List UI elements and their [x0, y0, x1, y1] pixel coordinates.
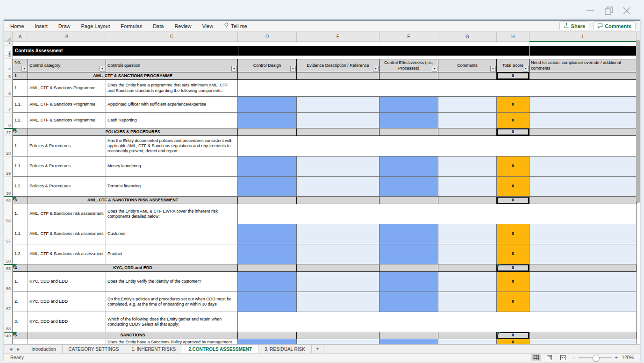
total-score-cell[interactable]: 0	[497, 97, 530, 113]
zoom-slider-thumb[interactable]	[593, 355, 600, 362]
section-cell[interactable]	[530, 72, 637, 80]
select-all-corner[interactable]	[4, 32, 13, 42]
empty-row[interactable]	[13, 56, 640, 59]
section-cell[interactable]	[379, 72, 438, 80]
cell-question[interactable]: Has the Entity documented policies and p…	[106, 136, 238, 157]
filter-header-controls-question[interactable]: Controls question▼	[106, 59, 238, 72]
cell-category[interactable]: Policies & Procedures	[28, 177, 106, 197]
tab-residual-risk[interactable]: 3. RESIDUAL RISK	[258, 345, 312, 353]
effectiveness-input-cell[interactable]	[379, 177, 438, 197]
cell-category[interactable]: AML, CTF & Sanctions risk assessment	[28, 204, 106, 224]
total-score-cell[interactable]: 0	[497, 292, 530, 312]
section-number[interactable]: 2	[13, 128, 28, 136]
cell-no[interactable]: 1.2.	[13, 244, 28, 264]
evidence-input-cell[interactable]	[297, 292, 379, 312]
filter-dropdown-icon[interactable]: ▼	[432, 66, 437, 71]
section-total-score[interactable]: 0	[497, 264, 530, 272]
control-design-input-cell[interactable]	[238, 224, 297, 244]
add-sheet-button[interactable]: +	[312, 345, 323, 353]
row-header-85[interactable]: 85	[4, 264, 13, 272]
row-header-partial[interactable]	[4, 339, 13, 344]
empty-row[interactable]	[13, 42, 640, 46]
section-cell[interactable]	[530, 332, 637, 339]
control-design-input-cell[interactable]	[238, 157, 297, 177]
section-cell[interactable]	[530, 128, 637, 136]
filter-dropdown-icon[interactable]: ▼	[290, 66, 296, 71]
evidence-input-cell[interactable]	[297, 177, 379, 197]
section-cell[interactable]	[238, 197, 297, 204]
row-header-30[interactable]: 30	[4, 177, 13, 197]
cell-blank[interactable]	[238, 136, 637, 157]
control-design-input-cell[interactable]	[238, 177, 297, 197]
comments-input-cell[interactable]	[438, 339, 497, 344]
zoom-out-button[interactable]: −	[572, 355, 575, 361]
row-header-88[interactable]: 88	[4, 312, 13, 332]
column-header-A[interactable]: A	[13, 32, 28, 42]
close-icon[interactable]	[621, 5, 633, 17]
need-for-action-input-cell[interactable]	[530, 157, 637, 177]
menu-home[interactable]: Home	[10, 23, 24, 29]
cell-no[interactable]: 1.1.	[13, 97, 28, 113]
row-header-7[interactable]: 7	[4, 97, 13, 113]
evidence-input-cell[interactable]	[297, 97, 379, 113]
section-cell[interactable]	[438, 72, 497, 80]
cell-question[interactable]: Customer	[106, 224, 238, 244]
cell-category[interactable]: AML, CTF & Sanctions risk assessment	[28, 244, 106, 264]
menu-formulas[interactable]: Formulas	[121, 23, 142, 29]
evidence-input-cell[interactable]	[297, 339, 379, 344]
evidence-input-cell[interactable]	[297, 113, 379, 128]
section-title[interactable]: KYC, CDD and EDD	[28, 264, 238, 272]
cell-question[interactable]: Terrorist financing	[106, 177, 238, 197]
cell-category[interactable]: AML, CTF & Sanctions Programme	[28, 80, 106, 97]
row-header-58[interactable]: 58	[4, 244, 13, 264]
tab-inherent-risks[interactable]: 1. INHERENT RISKS	[125, 345, 182, 353]
row-header-8[interactable]: 8	[4, 113, 13, 128]
filter-header-control-category[interactable]: Control category▼	[28, 59, 106, 72]
zoom-slider[interactable]	[578, 357, 612, 358]
cell-category[interactable]: Policies & Procedures	[28, 157, 106, 177]
need-for-action-input-cell[interactable]	[530, 339, 637, 344]
row-header-3[interactable]: 3	[4, 56, 13, 59]
section-number[interactable]: 4	[13, 264, 28, 272]
total-score-cell[interactable]: 0	[497, 339, 530, 344]
cell-blank[interactable]	[238, 204, 637, 224]
cell-no[interactable]: 1.1.	[13, 157, 28, 177]
need-for-action-input-cell[interactable]	[530, 177, 637, 197]
tab-controls-assessment[interactable]: 2.CONTROLS ASSESSMENT	[182, 345, 258, 353]
section-cell[interactable]	[297, 197, 379, 204]
cell-question[interactable]: Does the Entity have a Sanctions Policy …	[106, 339, 238, 344]
comments-input-cell[interactable]	[438, 244, 497, 264]
cell-no[interactable]: 1.2.	[13, 113, 28, 128]
row-header-28[interactable]: 28	[4, 136, 13, 157]
row-header-140[interactable]: 140	[4, 332, 13, 339]
row-header-5[interactable]: 5	[4, 72, 13, 80]
cell-no[interactable]: 1.	[13, 272, 28, 292]
menu-draw[interactable]: Draw	[58, 23, 71, 29]
section-cell[interactable]	[379, 197, 438, 204]
comments-button[interactable]: Comments	[593, 21, 636, 30]
menu-data[interactable]: Data	[153, 23, 164, 29]
cell-question[interactable]: Does the Entity verify the identity of t…	[106, 272, 238, 292]
section-cell[interactable]	[379, 264, 438, 272]
total-score-cell[interactable]: 0	[497, 177, 530, 197]
cell-category[interactable]: KYC, CDD and EDD	[28, 292, 106, 312]
tab-category-settings[interactable]: CATEGORY SETTINGS	[63, 345, 126, 353]
row-header-87[interactable]: 87	[4, 292, 13, 312]
control-design-input-cell[interactable]	[238, 292, 297, 312]
cell-no[interactable]: 1.	[13, 204, 28, 224]
total-score-cell[interactable]: 0	[497, 272, 530, 292]
section-cell[interactable]	[438, 264, 497, 272]
section-cell[interactable]	[297, 72, 379, 80]
cell-category[interactable]: KYC, CDD and EDD	[28, 312, 106, 332]
need-for-action-input-cell[interactable]	[530, 292, 637, 312]
total-score-cell[interactable]: 0	[497, 157, 530, 177]
total-score-cell[interactable]: 0	[497, 113, 530, 128]
cell-question[interactable]: Money laundering	[106, 157, 238, 177]
section-number[interactable]: 1	[13, 72, 28, 80]
filter-header-need-for-action[interactable]: Need for action, compliance override / a…	[530, 59, 637, 72]
effectiveness-input-cell[interactable]	[379, 292, 438, 312]
column-header-C[interactable]: C	[106, 32, 238, 42]
total-score-cell[interactable]: 0	[497, 244, 530, 264]
section-cell[interactable]	[379, 128, 438, 136]
column-header-B[interactable]: B	[28, 32, 106, 42]
